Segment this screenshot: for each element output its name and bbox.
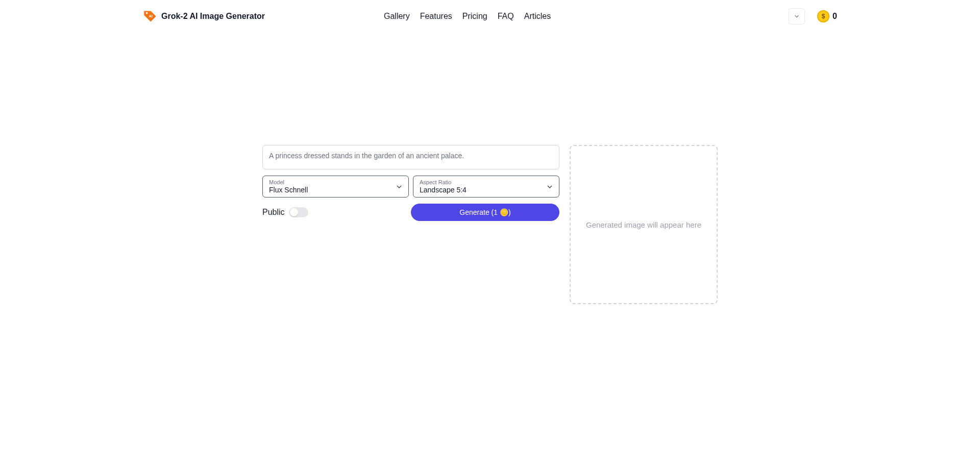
- nav-gallery[interactable]: Gallery: [384, 12, 410, 21]
- brand-title: Grok-2 AI Image Generator: [161, 12, 265, 21]
- credits-display[interactable]: $ 0: [817, 10, 837, 22]
- generate-button[interactable]: Generate (1 🪙): [411, 204, 559, 221]
- svg-point-0: [146, 12, 148, 14]
- nav-features[interactable]: Features: [420, 12, 452, 21]
- top-nav: Gallery Features Pricing FAQ Articles: [384, 12, 551, 21]
- credits-value: 0: [832, 12, 837, 21]
- public-toggle[interactable]: [289, 207, 308, 217]
- preview-placeholder-text: Generated image will appear here: [586, 220, 701, 229]
- language-dropdown-button[interactable]: [789, 8, 805, 24]
- aspect-ratio-select-label: Aspect Ratio: [420, 179, 541, 185]
- controls-column: Model Flux Schnell Aspect Ratio Landscap…: [262, 145, 559, 221]
- selects-row: Model Flux Schnell Aspect Ratio Landscap…: [262, 176, 559, 198]
- generator-panel: Model Flux Schnell Aspect Ratio Landscap…: [262, 145, 718, 304]
- chevron-down-icon: [546, 183, 554, 191]
- tag-icon: AI: [143, 9, 157, 23]
- model-select-label: Model: [269, 179, 390, 185]
- chevron-down-icon: [395, 183, 403, 191]
- model-select-value: Flux Schnell: [269, 186, 390, 194]
- aspect-ratio-select[interactable]: Aspect Ratio Landscape 5:4: [413, 176, 559, 198]
- coin-icon: $: [817, 10, 829, 22]
- brand[interactable]: AI Grok-2 AI Image Generator: [143, 9, 265, 23]
- aspect-ratio-select-value: Landscape 5:4: [420, 186, 541, 194]
- header-right: $ 0: [789, 8, 837, 24]
- svg-text:AI: AI: [149, 14, 153, 18]
- header: AI Grok-2 AI Image Generator Gallery Fea…: [0, 0, 980, 33]
- image-preview-area: Generated image will appear here: [570, 145, 718, 304]
- nav-faq[interactable]: FAQ: [498, 12, 514, 21]
- bottom-row: Public Generate (1 🪙): [262, 204, 559, 221]
- nav-pricing[interactable]: Pricing: [462, 12, 487, 21]
- model-select[interactable]: Model Flux Schnell: [262, 176, 409, 198]
- prompt-input[interactable]: [262, 145, 559, 169]
- public-toggle-label: Public: [262, 208, 285, 217]
- nav-articles[interactable]: Articles: [524, 12, 551, 21]
- public-toggle-group: Public: [262, 207, 411, 217]
- chevron-down-icon: [793, 13, 800, 20]
